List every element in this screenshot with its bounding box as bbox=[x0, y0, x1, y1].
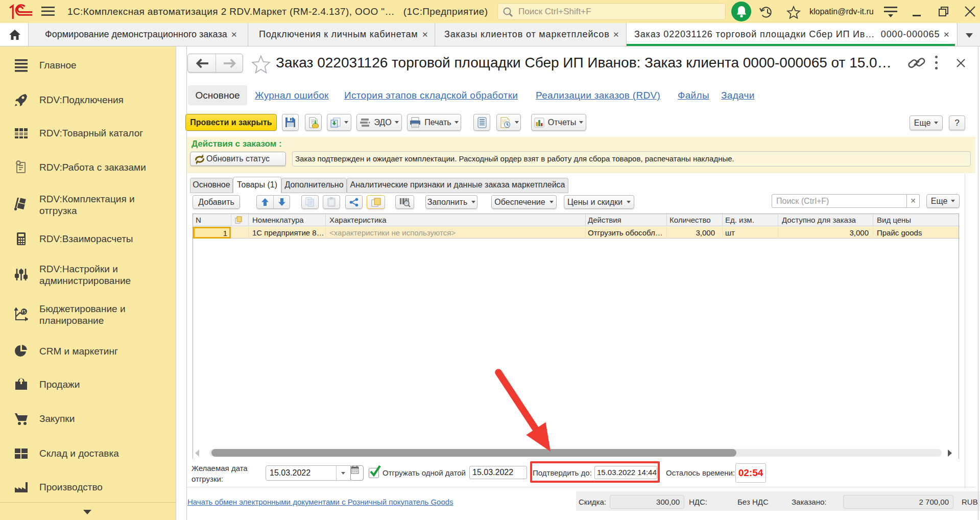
svg-text:₽: ₽ bbox=[22, 309, 26, 315]
